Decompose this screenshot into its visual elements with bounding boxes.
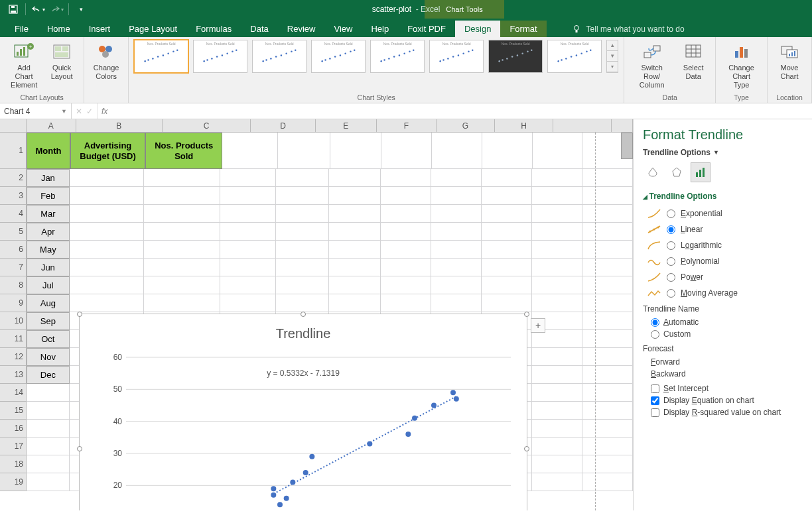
cell[interactable] xyxy=(482,133,533,169)
cell[interactable] xyxy=(532,276,582,294)
cell[interactable] xyxy=(482,294,532,312)
cell[interactable] xyxy=(70,276,144,294)
save-icon[interactable] xyxy=(5,2,21,17)
tab-home[interactable]: Home xyxy=(38,21,80,37)
cell[interactable] xyxy=(144,276,220,294)
tab-insert[interactable]: Insert xyxy=(80,21,120,37)
cell[interactable] xyxy=(220,205,276,223)
fill-line-tab[interactable] xyxy=(643,162,663,182)
column-header[interactable]: C xyxy=(163,119,251,132)
row-header[interactable]: 14 xyxy=(0,384,27,402)
tab-view[interactable]: View xyxy=(324,21,362,37)
chart-elements-button[interactable]: + xyxy=(531,318,545,333)
polynomial-radio[interactable] xyxy=(667,257,675,266)
cell[interactable] xyxy=(278,133,330,169)
cell[interactable] xyxy=(582,420,633,438)
cell[interactable] xyxy=(532,205,582,223)
cell[interactable] xyxy=(582,223,633,241)
cell[interactable] xyxy=(431,169,482,187)
column-header[interactable]: F xyxy=(377,119,437,132)
option-custom-name[interactable]: Custom xyxy=(643,329,803,339)
cell[interactable] xyxy=(482,241,532,259)
cell[interactable]: Nos. Products Sold xyxy=(145,133,222,169)
cell[interactable] xyxy=(432,133,482,169)
row-header[interactable]: 10 xyxy=(0,312,27,330)
cell[interactable] xyxy=(532,294,582,312)
row-header[interactable]: 5 xyxy=(0,223,27,241)
cell[interactable]: Mar xyxy=(27,205,70,223)
linear-radio[interactable] xyxy=(667,225,675,234)
cell[interactable] xyxy=(532,473,582,491)
change-chart-type-button[interactable]: Change Chart Type xyxy=(721,40,762,91)
cell[interactable] xyxy=(532,402,582,420)
redo-icon[interactable]: ▾ xyxy=(48,2,64,17)
cell[interactable] xyxy=(431,223,482,241)
row-header[interactable]: 4 xyxy=(0,205,27,223)
set-intercept-checkbox[interactable] xyxy=(651,384,659,393)
chart-style-thumb[interactable]: Nos. Products Sold xyxy=(370,40,425,73)
power-radio[interactable] xyxy=(667,273,675,282)
cell[interactable]: May xyxy=(27,241,70,259)
cell[interactable] xyxy=(532,223,582,241)
option-display-r-squared[interactable]: Display R-squared value on chart xyxy=(643,408,803,417)
cell[interactable] xyxy=(582,438,633,455)
resize-handle[interactable] xyxy=(77,446,82,451)
chart-plot-area[interactable]: 020406080100120 0102030405060 xyxy=(100,351,524,510)
cell[interactable] xyxy=(482,259,532,276)
cell[interactable] xyxy=(329,205,381,223)
tab-design[interactable]: Design xyxy=(455,21,500,37)
cell[interactable] xyxy=(330,133,381,169)
cell[interactable] xyxy=(431,276,482,294)
chart-title[interactable]: Trendline xyxy=(80,326,527,341)
cell[interactable] xyxy=(381,241,431,259)
column-header[interactable]: E xyxy=(316,119,377,132)
cell[interactable] xyxy=(27,420,70,438)
row-header[interactable]: 15 xyxy=(0,402,27,420)
cell[interactable] xyxy=(482,205,532,223)
tab-page-layout[interactable]: Page Layout xyxy=(119,21,186,37)
cell[interactable]: Jul xyxy=(27,276,70,294)
cell[interactable] xyxy=(220,187,276,205)
change-colors-button[interactable]: Change Colors xyxy=(90,40,123,82)
cell[interactable] xyxy=(582,169,633,187)
cell[interactable]: Feb xyxy=(27,187,70,205)
chart-style-thumb[interactable]: Nos. Products Sold xyxy=(429,40,484,73)
cell[interactable] xyxy=(482,187,532,205)
resize-handle[interactable] xyxy=(524,446,529,451)
option-display-equation[interactable]: Display Equation on chart xyxy=(643,396,803,405)
cell[interactable] xyxy=(220,223,276,241)
custom-radio[interactable] xyxy=(651,330,659,339)
row-header[interactable]: 6 xyxy=(0,241,27,259)
option-automatic-name[interactable]: Automatic xyxy=(643,318,803,327)
row-header[interactable]: 3 xyxy=(0,187,27,205)
cell[interactable] xyxy=(582,276,633,294)
cell[interactable] xyxy=(144,241,220,259)
cell[interactable] xyxy=(27,473,70,491)
cell[interactable]: Apr xyxy=(27,223,70,241)
cell[interactable] xyxy=(27,402,70,420)
cell[interactable] xyxy=(381,259,431,276)
row-header[interactable]: 18 xyxy=(0,455,27,473)
chart-style-thumb[interactable]: Nos. Products Sold xyxy=(252,40,306,73)
cell[interactable] xyxy=(381,294,431,312)
move-chart-button[interactable]: Move Chart xyxy=(773,40,806,82)
row-header[interactable]: 7 xyxy=(0,259,27,276)
qat-customize-icon[interactable]: ▾ xyxy=(73,2,89,17)
enter-icon[interactable]: ✓ xyxy=(86,107,93,116)
cell[interactable] xyxy=(482,223,532,241)
cell[interactable] xyxy=(27,438,70,455)
cell[interactable] xyxy=(144,169,220,187)
row-header[interactable]: 9 xyxy=(0,294,27,312)
cell[interactable] xyxy=(532,438,582,455)
row-header[interactable]: 11 xyxy=(0,330,27,348)
cell[interactable] xyxy=(27,455,70,473)
tab-review[interactable]: Review xyxy=(278,21,325,37)
cell[interactable] xyxy=(329,259,381,276)
cell[interactable] xyxy=(431,259,482,276)
vertical-scrollbar[interactable] xyxy=(621,133,633,159)
cell[interactable] xyxy=(582,205,633,223)
cell[interactable] xyxy=(70,187,144,205)
cell[interactable] xyxy=(532,366,582,384)
cell[interactable] xyxy=(582,402,633,420)
column-header[interactable]: B xyxy=(76,119,163,132)
